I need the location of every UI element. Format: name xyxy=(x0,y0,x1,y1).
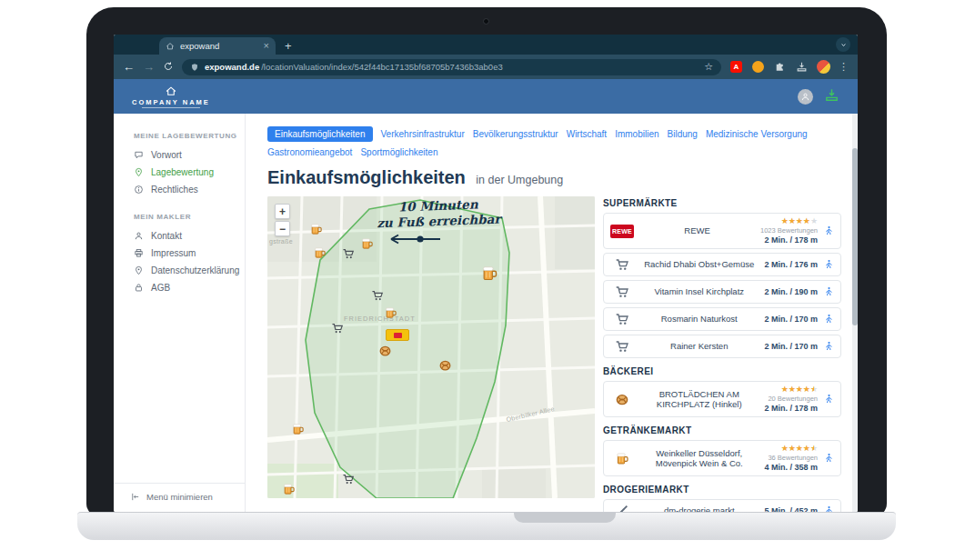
store-name: Weinkeller Düsseldorf, Mövenpick Wein & … xyxy=(639,448,759,469)
laptop-base xyxy=(77,512,896,540)
walking-icon xyxy=(823,340,834,353)
sidebar-item-rechtliches[interactable]: Rechtliches xyxy=(114,181,245,198)
result-row[interactable]: Rosmarin Naturkost 2 Min. / 170 m xyxy=(603,307,841,331)
rating-stars: ★★★★★★★★★★ xyxy=(781,445,818,453)
result-row[interactable]: dm-drogerie markt 5 Min. / 452 m xyxy=(603,499,841,512)
report-download-button[interactable] xyxy=(824,87,839,106)
bookmark-star-icon[interactable]: ☆ xyxy=(704,62,713,72)
zoom-out-button[interactable]: − xyxy=(275,221,290,236)
site-logo[interactable]: COMPANY NAME xyxy=(132,85,210,108)
speech-bubble-icon xyxy=(134,150,144,160)
sidebar-item-agb[interactable]: AGB xyxy=(114,279,245,296)
minimize-menu-button[interactable]: Menü minimieren xyxy=(114,483,245,512)
forward-button[interactable]: → xyxy=(143,61,155,73)
sidebar-item-vorwort[interactable]: Vorwort xyxy=(114,146,245,164)
result-row[interactable]: Rainer Kersten 2 Min. / 170 m xyxy=(603,335,841,358)
beer-icon xyxy=(615,451,629,465)
back-button[interactable]: ← xyxy=(123,61,135,73)
beer-icon[interactable] xyxy=(480,264,498,282)
cart-icon[interactable] xyxy=(342,247,355,260)
sidebar-item-label: Vorwort xyxy=(151,150,182,160)
tab-wirtschaft[interactable]: Wirtschaft xyxy=(567,129,607,139)
tab-bildung[interactable]: Bildung xyxy=(668,129,698,139)
sidebar-item-impressum[interactable]: Impressum xyxy=(114,245,245,262)
sidebar-section-title: MEINE LAGEBEWERTUNG xyxy=(114,132,245,146)
site-security-icon[interactable] xyxy=(190,63,199,72)
reload-icon xyxy=(163,61,174,72)
page-title: Einkaufsmöglichkeiten xyxy=(267,167,466,187)
page-scrollbar[interactable] xyxy=(852,114,858,512)
logo-text: COMPANY NAME xyxy=(132,98,210,106)
person-icon xyxy=(800,92,810,102)
cart-icon[interactable] xyxy=(371,289,384,302)
browser-profile-avatar[interactable] xyxy=(817,60,830,74)
tab-verkehrsinfrastruktur[interactable]: Verkehrsinfrastruktur xyxy=(381,129,465,139)
sidebar-item-label: Lagebewertung xyxy=(151,167,214,177)
close-tab-icon[interactable]: × xyxy=(264,41,269,51)
reviews-count: 20 Bewertungen xyxy=(768,395,818,403)
pretzel-icon xyxy=(615,392,629,406)
map-container[interactable]: + − 10 Minuten zu Fuß erreichbar F xyxy=(267,196,595,498)
result-row[interactable]: Weinkeller Düsseldorf, Mövenpick Wein & … xyxy=(603,440,841,476)
tab-gastronomieangebot[interactable]: Gastronomieangebot xyxy=(267,147,352,157)
sidebar-item-kontakt[interactable]: Kontakt xyxy=(114,227,245,245)
beer-icon[interactable] xyxy=(384,305,397,319)
tab-einkaufsmoeglichkeiten[interactable]: Einkaufsmöglichkeiten xyxy=(267,126,373,142)
pretzel-icon[interactable] xyxy=(378,344,392,357)
beer-icon[interactable] xyxy=(291,422,305,435)
sidebar-item-label: AGB xyxy=(151,283,170,293)
store-name: Rainer Kersten xyxy=(639,341,759,351)
new-tab-button[interactable]: + xyxy=(285,37,292,55)
acrobat-extension-icon[interactable]: A xyxy=(729,60,743,74)
page-root: expowand × + ← → expowand.de /locationVa… xyxy=(0,0,975,560)
walking-icon xyxy=(823,285,834,298)
result-row[interactable]: BROTLÄDCHEN AM KIRCHPLATZ (Hinkel) ★★★★★… xyxy=(603,381,841,417)
walking-icon xyxy=(823,258,834,271)
info-icon xyxy=(134,185,144,195)
beer-icon[interactable] xyxy=(313,245,327,259)
result-row[interactable]: Vitamin Insel Kirchplatz 2 Min. / 190 m xyxy=(603,280,841,304)
walking-icon xyxy=(823,225,834,237)
pretzel-icon[interactable] xyxy=(438,358,452,372)
shield-icon xyxy=(134,265,144,275)
tab-bevoelkerungsstruktur[interactable]: Bevölkerungsstruktur xyxy=(473,129,558,139)
map-marker-icon xyxy=(134,167,144,177)
browser-menu-icon[interactable]: ⋮ xyxy=(839,61,849,73)
reload-button[interactable] xyxy=(163,61,174,74)
sidebar-section-title: MEIN MAKLER xyxy=(114,213,245,227)
site-body: MEINE LAGEBEWERTUNG Vorwort Lagebewertun… xyxy=(114,114,858,512)
tab-medizinische-versorgung[interactable]: Medizinische Versorgung xyxy=(706,129,808,139)
scrollbar-thumb[interactable] xyxy=(852,148,858,325)
walking-icon xyxy=(823,505,834,512)
result-row[interactable]: Rachid Dhabi Obst+Gemüse 2 Min. / 176 m xyxy=(603,253,841,276)
download-icon xyxy=(824,87,839,103)
cart-icon[interactable] xyxy=(331,322,344,335)
lock-icon xyxy=(134,283,144,293)
sidebar-item-lagebewertung[interactable]: Lagebewertung xyxy=(114,164,245,181)
cart-icon[interactable] xyxy=(342,473,355,485)
logo-divider xyxy=(142,107,200,108)
beer-icon[interactable] xyxy=(309,222,323,235)
beer-icon[interactable] xyxy=(282,482,296,495)
downloads-button[interactable] xyxy=(795,60,809,74)
sidebar-item-label: Datenschutzerklärung xyxy=(151,265,239,275)
browser-tab[interactable]: expowand × xyxy=(159,37,276,55)
tab-sportmoeglichkeiten[interactable]: Sportmöglichkeiten xyxy=(360,147,437,157)
site-header: COMPANY NAME xyxy=(114,79,858,114)
beer-icon[interactable] xyxy=(360,236,374,250)
walking-icon xyxy=(823,313,834,325)
distance: 2 Min. / 190 m xyxy=(764,287,818,296)
tab-search-chevron-button[interactable] xyxy=(836,37,850,52)
distance: 4 Min. / 358 m xyxy=(764,463,818,472)
annotation-arrow-icon xyxy=(382,232,447,246)
user-avatar[interactable] xyxy=(798,89,813,105)
store-marker[interactable] xyxy=(386,329,409,341)
extension-icon[interactable] xyxy=(751,60,765,74)
sidebar-item-label: Kontakt xyxy=(151,231,182,241)
result-row-rewe[interactable]: REWE REWE ★★★★★★★★★★ 1023 Bewertungen 2 … xyxy=(603,213,841,249)
tab-immobilien[interactable]: Immobilien xyxy=(615,129,658,139)
extensions-puzzle-icon[interactable] xyxy=(773,60,787,74)
zoom-in-button[interactable]: + xyxy=(275,204,290,219)
sidebar-item-datenschutz[interactable]: Datenschutzerklärung xyxy=(114,262,245,279)
address-bar[interactable]: expowand.de /locationValuation/index/542… xyxy=(182,59,721,75)
